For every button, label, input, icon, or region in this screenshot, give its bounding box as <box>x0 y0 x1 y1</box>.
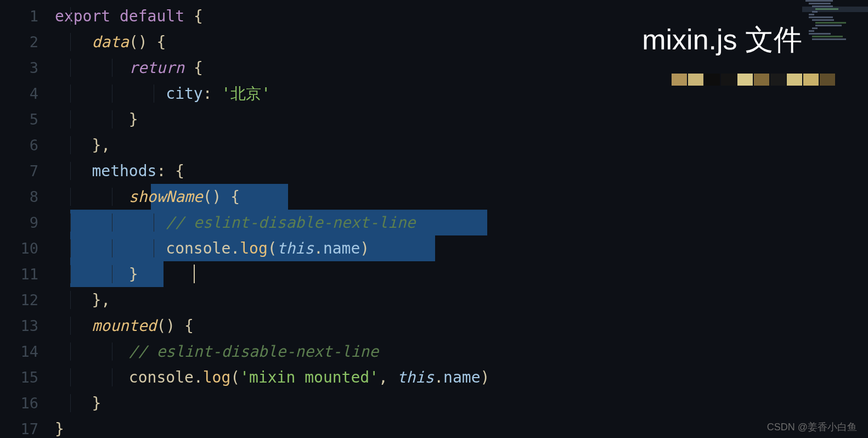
code-line[interactable]: methods: { <box>55 158 868 184</box>
line-number: 10 <box>0 235 38 261</box>
pixelated-overlay <box>672 74 835 86</box>
file-title-label: mixin.js 文件 <box>642 21 802 59</box>
code-editor[interactable]: 1 2 3 4 5 6 7 8 9 10 11 12 13 14 15 16 1… <box>0 0 868 438</box>
code-line[interactable]: console.log('mixin mounted', this.name) <box>55 364 868 390</box>
line-number: 2 <box>0 29 38 55</box>
code-line[interactable]: }, <box>55 132 868 158</box>
code-line[interactable]: mounted() { <box>55 313 868 339</box>
line-number: 8 <box>0 184 38 210</box>
line-number: 12 <box>0 287 38 313</box>
line-number: 16 <box>0 390 38 416</box>
code-line[interactable]: // eslint-disable-next-line <box>55 210 868 235</box>
code-line[interactable]: } <box>55 416 868 438</box>
code-content[interactable]: export default { data() { return { city:… <box>55 0 868 438</box>
line-number: 15 <box>0 364 38 390</box>
minimap[interactable] <box>802 0 868 66</box>
line-number: 9 <box>0 210 38 235</box>
line-number: 4 <box>0 81 38 106</box>
code-line[interactable]: }, <box>55 287 868 313</box>
line-number: 7 <box>0 158 38 184</box>
code-line[interactable]: // eslint-disable-next-line <box>55 339 868 364</box>
line-number: 11 <box>0 261 38 287</box>
line-number: 14 <box>0 339 38 364</box>
minimap-viewport[interactable] <box>802 7 868 12</box>
code-line[interactable]: console.log(this.name) <box>55 235 868 261</box>
line-number: 13 <box>0 313 38 339</box>
code-line[interactable]: } <box>55 390 868 416</box>
line-number: 5 <box>0 106 38 132</box>
watermark-text: CSDN @姜香小白鱼 <box>767 420 857 434</box>
line-number: 3 <box>0 55 38 81</box>
code-line[interactable]: showName() { <box>55 184 868 210</box>
text-cursor <box>194 265 195 283</box>
code-line[interactable]: } <box>55 106 868 132</box>
line-number-gutter: 1 2 3 4 5 6 7 8 9 10 11 12 13 14 15 16 1… <box>0 0 55 438</box>
line-number: 17 <box>0 416 38 438</box>
line-number: 1 <box>0 3 38 29</box>
line-number: 6 <box>0 132 38 158</box>
code-line[interactable]: } <box>55 261 868 287</box>
